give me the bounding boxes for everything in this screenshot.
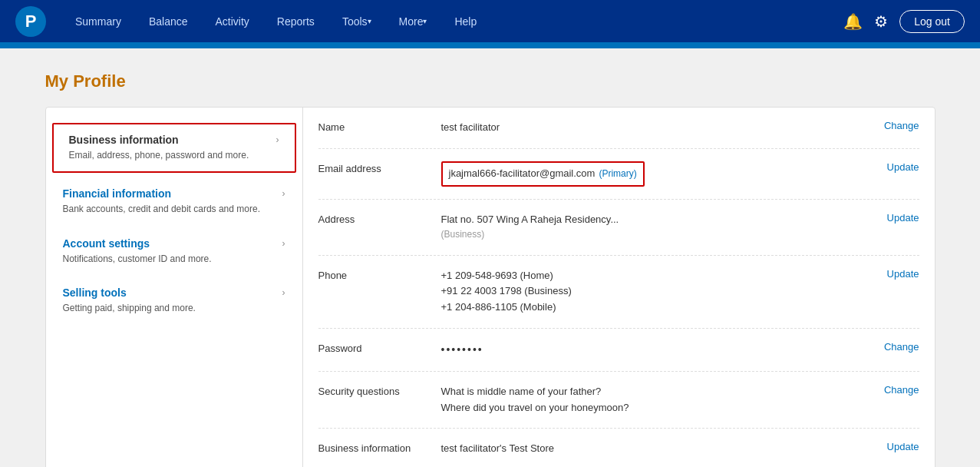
sidebar-item-business-header: Business information › <box>69 134 279 146</box>
password-dots: •••••••• <box>441 343 483 356</box>
sub-header-bar <box>0 42 980 48</box>
label-email: Email address <box>318 161 441 174</box>
row-phone: Phone +1 209-548-9693 (Home) +91 22 4003… <box>318 256 919 329</box>
address-line1: Flat no. 507 Wing A Raheja Residency... <box>441 212 858 228</box>
sidebar-financial-desc: Bank accounts, credit and debit cards an… <box>63 203 285 216</box>
action-address[interactable]: Update <box>858 212 919 224</box>
action-security[interactable]: Change <box>858 384 919 396</box>
row-security: Security questions What is middle name o… <box>318 372 919 429</box>
sidebar-item-selling-tools[interactable]: Selling tools › Getting paid, shipping a… <box>46 276 302 326</box>
value-password: •••••••• <box>441 341 858 359</box>
label-phone: Phone <box>318 268 441 281</box>
security-q1: What is middle name of your father? <box>441 384 858 400</box>
header-right: 🔔 ⚙ Log out <box>843 10 965 33</box>
row-email: Email address jkajmal666-facilitator@gma… <box>318 149 919 200</box>
phone-mobile: +1 204-886-1105 (Mobile) <box>441 300 858 316</box>
nav-activity[interactable]: Activity <box>202 0 263 42</box>
profile-sidebar: Business information › Email, address, p… <box>46 108 303 467</box>
email-address: jkajmal666-facilitator@gmail.com <box>449 166 596 182</box>
label-address: Address <box>318 212 441 225</box>
sidebar-financial-title: Financial information <box>63 187 172 200</box>
notification-icon[interactable]: 🔔 <box>843 12 863 31</box>
sidebar-item-account-header: Account settings › <box>63 237 285 250</box>
sidebar-item-selling-header: Selling tools › <box>63 286 285 299</box>
logout-button[interactable]: Log out <box>899 10 965 33</box>
nav-tools[interactable]: Tools <box>328 0 385 42</box>
security-q2: Where did you travel on your honeymoon? <box>441 400 858 416</box>
action-phone[interactable]: Update <box>858 268 919 280</box>
content-panel: Name test facilitator Change Email addre… <box>303 108 935 467</box>
value-address: Flat no. 507 Wing A Raheja Residency... … <box>441 212 858 243</box>
sidebar-business-desc: Email, address, phone, password and more… <box>69 149 279 162</box>
main-nav: Summary Balance Activity Reports Tools M… <box>61 0 843 42</box>
nav-balance[interactable]: Balance <box>135 0 202 42</box>
row-name: Name test facilitator Change <box>318 108 919 149</box>
label-password: Password <box>318 341 441 354</box>
value-phone: +1 209-548-9693 (Home) +91 22 4003 1798 … <box>441 268 858 316</box>
label-business-info: Business information <box>318 441 441 454</box>
label-name: Name <box>318 120 441 133</box>
sidebar-selling-arrow: › <box>282 287 285 298</box>
sidebar-business-title: Business information <box>69 134 179 146</box>
main-header: P Summary Balance Activity Reports Tools… <box>0 0 980 42</box>
nav-reports[interactable]: Reports <box>263 0 328 42</box>
nav-more[interactable]: More <box>385 0 441 42</box>
nav-summary[interactable]: Summary <box>61 0 135 42</box>
profile-layout: Business information › Email, address, p… <box>45 107 935 467</box>
action-name[interactable]: Change <box>858 120 919 131</box>
sidebar-item-account-settings[interactable]: Account settings › Notifications, custom… <box>46 227 302 277</box>
sidebar-financial-arrow: › <box>282 188 285 199</box>
row-business-info: Business information test facilitator's … <box>318 429 919 467</box>
paypal-logo: P <box>15 6 46 37</box>
sidebar-account-desc: Notifications, customer ID and more. <box>63 253 285 266</box>
sidebar-business-arrow: › <box>276 134 279 145</box>
value-name: test facilitator <box>441 120 858 136</box>
sidebar-selling-title: Selling tools <box>63 286 127 299</box>
value-email: jkajmal666-facilitator@gmail.com (Primar… <box>441 161 858 187</box>
row-address: Address Flat no. 507 Wing A Raheja Resid… <box>318 200 919 256</box>
sidebar-account-arrow: › <box>282 238 285 249</box>
nav-help[interactable]: Help <box>441 0 490 42</box>
phone-business: +91 22 4003 1798 (Business) <box>441 283 858 300</box>
action-password[interactable]: Change <box>858 341 919 353</box>
page-title: My Profile <box>45 71 935 91</box>
sidebar-item-financial-header: Financial information › <box>63 187 285 200</box>
address-type: (Business) <box>441 227 858 242</box>
main-container: My Profile Business information › Email,… <box>30 71 951 467</box>
sidebar-item-financial[interactable]: Financial information › Bank accounts, c… <box>46 177 302 227</box>
phone-home: +1 209-548-9693 (Home) <box>441 268 858 284</box>
row-password: Password •••••••• Change <box>318 329 919 372</box>
value-business-info: test facilitator's Test Store <box>441 441 858 457</box>
email-primary-badge: (Primary) <box>599 167 636 181</box>
sidebar-account-title: Account settings <box>63 237 150 250</box>
sidebar-item-business[interactable]: Business information › Email, address, p… <box>52 123 296 173</box>
email-highlight-box: jkajmal666-facilitator@gmail.com (Primar… <box>441 161 645 187</box>
settings-icon[interactable]: ⚙ <box>874 12 888 31</box>
label-security: Security questions <box>318 384 441 397</box>
action-email[interactable]: Update <box>858 161 919 173</box>
value-security: What is middle name of your father? Wher… <box>441 384 858 416</box>
sidebar-selling-desc: Getting paid, shipping and more. <box>63 302 285 315</box>
action-business-info[interactable]: Update <box>858 441 919 452</box>
